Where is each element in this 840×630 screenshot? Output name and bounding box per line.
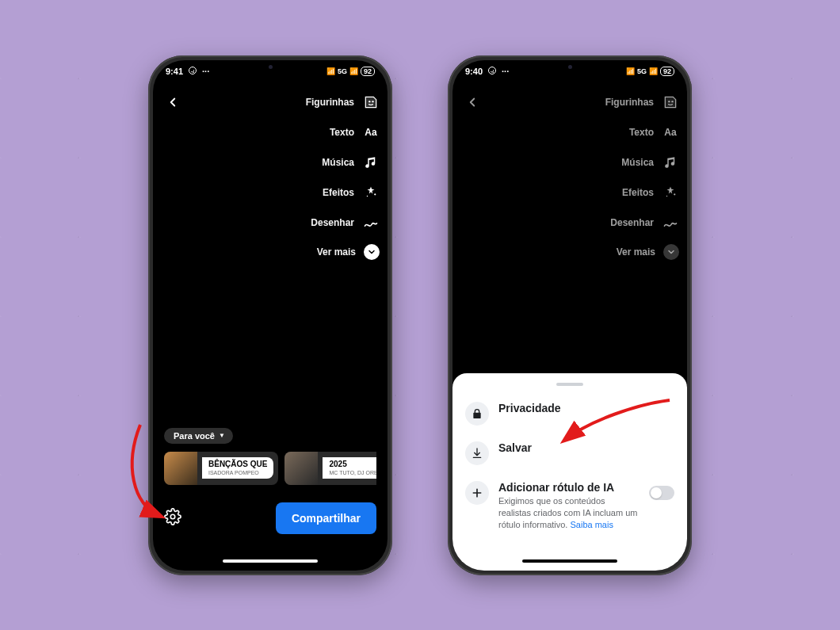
effects-icon <box>362 184 380 201</box>
sheet-ai-label-title: Adicionar rótulo de IA <box>498 481 640 494</box>
share-button[interactable]: Compartilhar <box>276 502 376 534</box>
tool-draw[interactable]: Desenhar <box>610 214 679 231</box>
effects-icon <box>662 184 679 201</box>
whatsapp-icon <box>188 66 197 77</box>
tool-list: Figurinhas Texto Aa Música <box>605 94 679 260</box>
status-left: 9:41 ··· <box>166 66 209 77</box>
wifi-icon: 📶 <box>649 67 658 75</box>
home-indicator[interactable] <box>522 559 617 563</box>
tool-text-label: Texto <box>629 127 654 138</box>
sheet-privacy-label: Privacidade <box>498 402 674 414</box>
sheet-grabber[interactable] <box>556 383 583 386</box>
tool-stickers[interactable]: Figurinhas <box>605 94 679 111</box>
draw-icon <box>362 214 380 231</box>
signal-icon: 📶 <box>626 67 635 75</box>
svg-point-10 <box>666 195 668 197</box>
phone-left-screen: 9:41 ··· 📶 5G 📶 92 <box>153 60 388 571</box>
tool-draw-label: Desenhar <box>610 217 654 228</box>
sheet-privacy-row[interactable]: Privacidade <box>464 394 676 433</box>
tool-music[interactable]: Música <box>322 154 380 171</box>
svg-point-6 <box>489 67 496 74</box>
tool-effects[interactable]: Efeitos <box>622 184 679 201</box>
lock-icon <box>465 402 489 426</box>
music-card-1[interactable]: 2025 MC TUTO, DJ OREIA <box>284 452 376 485</box>
status-right: 📶 5G 📶 92 <box>626 67 674 76</box>
svg-point-8 <box>671 101 673 102</box>
tool-music[interactable]: Música <box>621 154 679 171</box>
whatsapp-icon <box>487 66 497 77</box>
music-card-title: BÊNÇÃOS QUE <box>208 460 267 468</box>
music-card-meta: 2025 MC TUTO, DJ OREIA <box>323 457 376 479</box>
music-thumb-icon <box>164 452 197 485</box>
sheet-ai-label-desc: Exigimos que os conteúdos realistas cria… <box>498 495 640 531</box>
phone-right-screen: 9:40 ··· 📶 5G 📶 92 <box>452 60 687 571</box>
more-dots-icon: ··· <box>502 67 509 76</box>
settings-button[interactable] <box>164 508 181 529</box>
music-thumb-icon <box>284 452 318 485</box>
draw-icon <box>662 214 679 231</box>
svg-point-7 <box>668 101 670 102</box>
signal-icon: 📶 <box>326 67 335 75</box>
settings-bottom-sheet: Privacidade Salvar <box>452 373 687 571</box>
tool-text-label: Texto <box>330 127 354 138</box>
tool-effects-label: Efeitos <box>323 187 354 198</box>
music-card-0[interactable]: BÊNÇÃOS QUE ISADORA POMPEO <box>164 452 278 485</box>
music-suggestion-strip[interactable]: BÊNÇÃOS QUE ISADORA POMPEO 2025 MC TUTO,… <box>164 452 376 485</box>
front-camera-notch <box>548 63 592 71</box>
phone-right: 9:40 ··· 📶 5G 📶 92 <box>448 55 692 575</box>
tool-text[interactable]: Texto Aa <box>629 124 679 141</box>
sheet-ai-label-row[interactable]: Adicionar rótulo de IA Exigimos que os c… <box>464 473 676 539</box>
ai-label-toggle[interactable] <box>649 486 674 500</box>
chevron-down-icon <box>663 244 679 260</box>
share-button-label: Compartilhar <box>292 512 361 525</box>
status-left: 9:40 ··· <box>465 66 509 77</box>
network-label: 5G <box>338 67 347 75</box>
stickers-icon <box>362 94 380 111</box>
tool-more[interactable]: Ver mais <box>317 244 380 260</box>
svg-point-2 <box>372 101 373 102</box>
text-icon: Aa <box>662 124 679 141</box>
tool-music-label: Música <box>322 157 354 168</box>
svg-point-0 <box>189 67 197 74</box>
battery-indicator: 92 <box>361 67 375 76</box>
tool-stickers-label: Figurinhas <box>605 97 654 108</box>
status-right: 📶 5G 📶 92 <box>326 67 375 76</box>
more-dots-icon: ··· <box>202 67 209 76</box>
wifi-icon: 📶 <box>349 67 358 75</box>
story-editor: Figurinhas Texto Aa Música <box>452 82 687 571</box>
plus-icon <box>465 481 489 505</box>
stage: 9:41 ··· 📶 5G 📶 92 <box>0 0 840 630</box>
download-icon <box>465 441 489 465</box>
tool-draw-label: Desenhar <box>311 217 354 228</box>
music-card-artist: ISADORA POMPEO <box>208 470 267 475</box>
battery-indicator: 92 <box>660 67 674 76</box>
svg-point-3 <box>374 193 376 195</box>
tool-draw[interactable]: Desenhar <box>311 214 380 231</box>
music-icon <box>362 154 380 171</box>
back-button[interactable] <box>464 94 481 114</box>
chevron-down-icon <box>364 244 380 260</box>
tool-stickers[interactable]: Figurinhas <box>306 94 380 111</box>
back-button[interactable] <box>164 94 181 114</box>
music-card-title: 2025 <box>329 460 376 468</box>
front-camera-notch <box>248 63 292 71</box>
tool-effects-label: Efeitos <box>622 187 654 198</box>
svg-point-5 <box>170 514 175 519</box>
audience-chip[interactable]: Para você ▼ <box>164 428 233 444</box>
svg-point-9 <box>674 193 675 195</box>
home-indicator[interactable] <box>223 559 318 563</box>
phone-left: 9:41 ··· 📶 5G 📶 92 <box>148 55 392 575</box>
network-label: 5G <box>637 67 647 75</box>
tool-text[interactable]: Texto Aa <box>330 124 380 141</box>
tool-more-label: Ver mais <box>617 246 655 258</box>
bottom-action-row: Compartilhar <box>164 502 376 534</box>
tool-more-label: Ver mais <box>317 246 356 258</box>
tool-more[interactable]: Ver mais <box>617 244 679 260</box>
tool-effects[interactable]: Efeitos <box>323 184 380 201</box>
music-icon <box>662 154 679 171</box>
status-bar: 9:41 ··· 📶 5G 📶 92 <box>153 60 388 82</box>
status-bar: 9:40 ··· 📶 5G 📶 92 <box>452 60 687 82</box>
learn-more-link[interactable]: Saiba mais <box>571 520 613 529</box>
stickers-icon <box>662 94 679 111</box>
sheet-save-row[interactable]: Salvar <box>464 433 676 473</box>
